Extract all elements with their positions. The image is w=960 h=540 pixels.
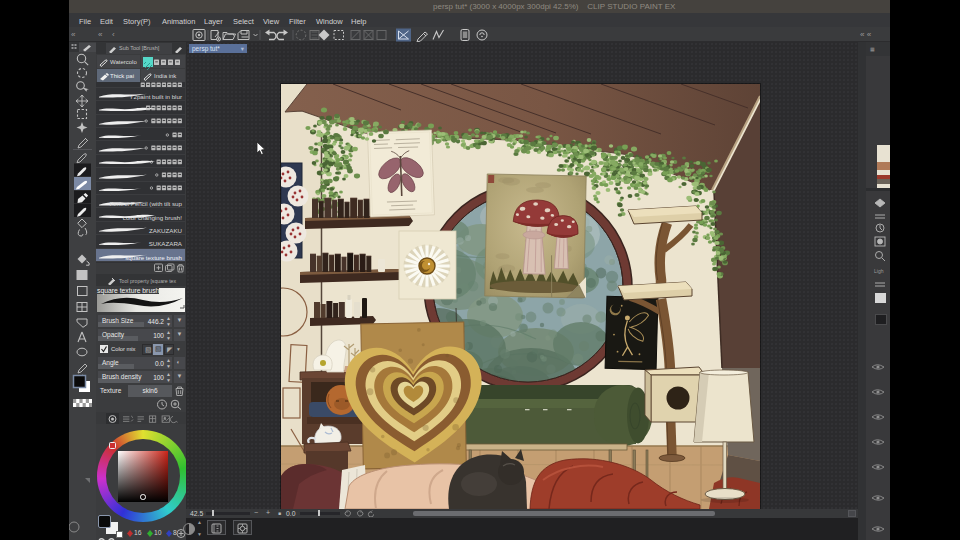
svg-text:Ligh: Ligh [874, 268, 884, 274]
